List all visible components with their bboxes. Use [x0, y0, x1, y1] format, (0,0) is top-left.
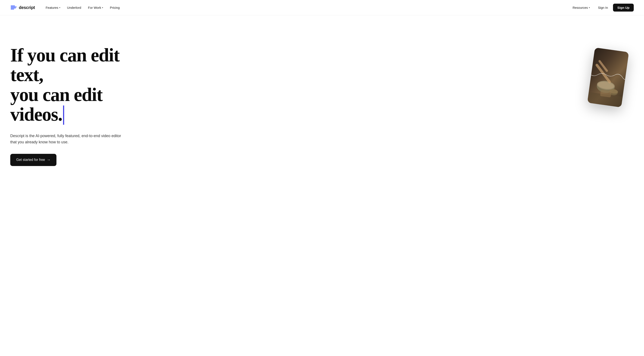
nav-link-underlord[interactable]: Underlord [64, 4, 84, 11]
hero-headline: If you can edit text, you can edit video… [10, 45, 156, 126]
cta-button[interactable]: Get started for free → [10, 154, 56, 166]
cta-label: Get started for free [16, 158, 45, 162]
nav-link-for-work[interactable]: For Work ▾ [85, 4, 106, 11]
nav-right: Resources ▾ Sign In Sign Up [570, 4, 634, 12]
nav-left: descript Features ▾ Underlord For Work ▾… [10, 4, 123, 11]
nav-links-left: Features ▾ Underlord For Work ▾ Pricing [42, 4, 122, 11]
phone-screen [587, 48, 629, 107]
features-chevron-icon: ▾ [59, 7, 60, 9]
svg-rect-3 [11, 9, 14, 10]
logo[interactable]: descript [10, 4, 35, 11]
hero-headline-line2: you can edit videos. [10, 84, 102, 125]
nav-link-resources[interactable]: Resources ▾ [570, 4, 593, 11]
phone-mockup [587, 48, 629, 107]
sign-in-button[interactable]: Sign In [594, 4, 612, 11]
cursor-bar [63, 106, 64, 125]
sign-up-button[interactable]: Sign Up [613, 4, 634, 12]
hero-headline-line1: If you can edit text, [10, 45, 119, 85]
navbar: descript Features ▾ Underlord For Work ▾… [0, 0, 644, 16]
logo-text: descript [19, 5, 35, 10]
nav-link-pricing[interactable]: Pricing [107, 4, 123, 11]
hero-section: If you can edit text, you can edit video… [0, 16, 644, 356]
svg-rect-0 [11, 6, 15, 6]
descript-logo-icon [10, 4, 17, 11]
hero-subtitle: Descript is the AI-powered, fully featur… [10, 133, 122, 145]
hero-content: If you can edit text, you can edit video… [10, 37, 156, 166]
svg-rect-1 [11, 7, 17, 7]
for-work-chevron-icon: ▾ [102, 7, 103, 9]
resources-chevron-icon: ▾ [589, 7, 590, 9]
cta-arrow-icon: → [46, 158, 50, 162]
hero-image-container [591, 50, 625, 105]
svg-rect-2 [11, 8, 16, 8]
nav-link-features[interactable]: Features ▾ [42, 4, 63, 11]
